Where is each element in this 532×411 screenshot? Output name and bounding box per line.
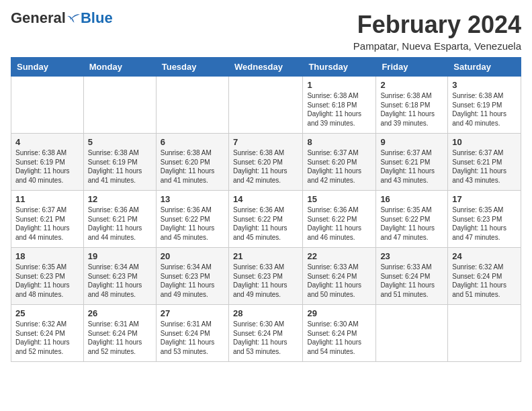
day-number: 6 [161,137,224,147]
calendar-table: SundayMondayTuesdayWednesdayThursdayFrid… [11,57,521,362]
day-number: 25 [15,308,79,318]
day-info: Sunrise: 6:38 AM Sunset: 6:18 PM Dayligh… [380,91,443,128]
day-number: 29 [307,308,371,318]
day-number: 12 [88,194,152,204]
day-info: Sunrise: 6:35 AM Sunset: 6:23 PM Dayligh… [15,263,79,299]
day-number: 15 [307,194,371,204]
day-number: 2 [380,80,443,90]
day-info: Sunrise: 6:37 AM Sunset: 6:21 PM Dayligh… [380,148,443,185]
day-info: Sunrise: 6:35 AM Sunset: 6:22 PM Dayligh… [380,205,443,242]
day-number: 20 [161,251,224,261]
calendar-cell [156,77,228,134]
day-info: Sunrise: 6:35 AM Sunset: 6:23 PM Dayligh… [452,205,517,242]
calendar-cell: 23Sunrise: 6:33 AM Sunset: 6:24 PM Dayli… [376,248,448,305]
page-header: General Blue February 2024 Pampatar, Nue… [11,11,521,52]
day-info: Sunrise: 6:32 AM Sunset: 6:24 PM Dayligh… [15,320,79,356]
day-number: 10 [452,137,517,147]
day-info: Sunrise: 6:38 AM Sunset: 6:20 PM Dayligh… [233,148,298,185]
calendar-week-row: 18Sunrise: 6:35 AM Sunset: 6:23 PM Dayli… [11,248,521,305]
day-info: Sunrise: 6:31 AM Sunset: 6:24 PM Dayligh… [161,320,224,356]
day-number: 21 [233,251,298,261]
calendar-cell: 17Sunrise: 6:35 AM Sunset: 6:23 PM Dayli… [448,191,521,248]
calendar-week-row: 4Sunrise: 6:38 AM Sunset: 6:19 PM Daylig… [11,134,521,191]
day-number: 23 [380,251,443,261]
day-number: 27 [161,308,224,318]
calendar-cell: 19Sunrise: 6:34 AM Sunset: 6:23 PM Dayli… [83,248,156,305]
calendar-cell [228,77,302,134]
day-header-tuesday: Tuesday [156,58,228,77]
logo-blue-text: Blue [81,11,113,26]
day-number: 17 [452,194,517,204]
calendar-week-row: 11Sunrise: 6:37 AM Sunset: 6:21 PM Dayli… [11,191,521,248]
day-header-thursday: Thursday [303,58,376,77]
day-number: 18 [15,251,79,261]
day-info: Sunrise: 6:34 AM Sunset: 6:23 PM Dayligh… [88,263,152,299]
calendar-cell [11,77,84,134]
calendar-cell: 12Sunrise: 6:36 AM Sunset: 6:21 PM Dayli… [83,191,156,248]
day-info: Sunrise: 6:30 AM Sunset: 6:24 PM Dayligh… [307,320,371,356]
calendar-cell: 16Sunrise: 6:35 AM Sunset: 6:22 PM Dayli… [376,191,448,248]
day-number: 7 [233,137,298,147]
day-info: Sunrise: 6:34 AM Sunset: 6:23 PM Dayligh… [161,263,224,299]
day-number: 11 [15,194,79,204]
calendar-cell: 7Sunrise: 6:38 AM Sunset: 6:20 PM Daylig… [228,134,302,191]
calendar-cell: 28Sunrise: 6:30 AM Sunset: 6:24 PM Dayli… [228,305,302,362]
day-number: 28 [233,308,298,318]
day-number: 9 [380,137,443,147]
calendar-cell: 8Sunrise: 6:37 AM Sunset: 6:20 PM Daylig… [303,134,376,191]
day-info: Sunrise: 6:33 AM Sunset: 6:23 PM Dayligh… [233,263,298,299]
day-header-sunday: Sunday [11,58,84,77]
day-number: 16 [380,194,443,204]
day-header-monday: Monday [83,58,156,77]
day-number: 8 [307,137,371,147]
day-info: Sunrise: 6:30 AM Sunset: 6:24 PM Dayligh… [233,320,298,356]
calendar-week-row: 1Sunrise: 6:38 AM Sunset: 6:18 PM Daylig… [11,77,521,134]
day-info: Sunrise: 6:38 AM Sunset: 6:19 PM Dayligh… [88,148,152,185]
day-info: Sunrise: 6:36 AM Sunset: 6:22 PM Dayligh… [233,205,298,242]
day-number: 1 [307,80,371,90]
calendar-cell: 15Sunrise: 6:36 AM Sunset: 6:22 PM Dayli… [303,191,376,248]
calendar-cell: 22Sunrise: 6:33 AM Sunset: 6:24 PM Dayli… [303,248,376,305]
logo-bird-icon [67,11,81,25]
day-number: 5 [88,137,152,147]
day-info: Sunrise: 6:37 AM Sunset: 6:21 PM Dayligh… [452,148,517,185]
day-info: Sunrise: 6:33 AM Sunset: 6:24 PM Dayligh… [307,263,371,299]
day-info: Sunrise: 6:38 AM Sunset: 6:19 PM Dayligh… [452,91,517,128]
calendar-cell: 20Sunrise: 6:34 AM Sunset: 6:23 PM Dayli… [156,248,228,305]
main-title: February 2024 [353,11,521,39]
calendar-header-row: SundayMondayTuesdayWednesdayThursdayFrid… [11,58,521,77]
day-number: 22 [307,251,371,261]
calendar-cell: 25Sunrise: 6:32 AM Sunset: 6:24 PM Dayli… [11,305,84,362]
day-info: Sunrise: 6:36 AM Sunset: 6:22 PM Dayligh… [161,205,224,242]
calendar-cell: 13Sunrise: 6:36 AM Sunset: 6:22 PM Dayli… [156,191,228,248]
calendar-cell: 11Sunrise: 6:37 AM Sunset: 6:21 PM Dayli… [11,191,84,248]
calendar-cell [376,305,448,362]
day-number: 13 [161,194,224,204]
day-header-saturday: Saturday [448,58,521,77]
day-number: 14 [233,194,298,204]
calendar-cell: 9Sunrise: 6:37 AM Sunset: 6:21 PM Daylig… [376,134,448,191]
calendar-cell [83,77,156,134]
calendar-week-row: 25Sunrise: 6:32 AM Sunset: 6:24 PM Dayli… [11,305,521,362]
day-info: Sunrise: 6:32 AM Sunset: 6:24 PM Dayligh… [452,263,517,299]
calendar-cell: 3Sunrise: 6:38 AM Sunset: 6:19 PM Daylig… [448,77,521,134]
day-info: Sunrise: 6:38 AM Sunset: 6:19 PM Dayligh… [15,148,79,185]
day-info: Sunrise: 6:38 AM Sunset: 6:20 PM Dayligh… [161,148,224,185]
title-section: February 2024 Pampatar, Nueva Esparta, V… [353,11,521,52]
logo: General Blue [11,11,113,26]
day-number: 3 [452,80,517,90]
day-info: Sunrise: 6:36 AM Sunset: 6:22 PM Dayligh… [307,205,371,242]
calendar-cell: 5Sunrise: 6:38 AM Sunset: 6:19 PM Daylig… [83,134,156,191]
calendar-cell: 24Sunrise: 6:32 AM Sunset: 6:24 PM Dayli… [448,248,521,305]
subtitle: Pampatar, Nueva Esparta, Venezuela [353,40,521,52]
calendar-cell: 10Sunrise: 6:37 AM Sunset: 6:21 PM Dayli… [448,134,521,191]
calendar-cell: 2Sunrise: 6:38 AM Sunset: 6:18 PM Daylig… [376,77,448,134]
day-info: Sunrise: 6:37 AM Sunset: 6:21 PM Dayligh… [15,205,79,242]
calendar-cell: 1Sunrise: 6:38 AM Sunset: 6:18 PM Daylig… [303,77,376,134]
day-info: Sunrise: 6:38 AM Sunset: 6:18 PM Dayligh… [307,91,371,128]
calendar-cell: 27Sunrise: 6:31 AM Sunset: 6:24 PM Dayli… [156,305,228,362]
day-info: Sunrise: 6:37 AM Sunset: 6:20 PM Dayligh… [307,148,371,185]
calendar-cell: 18Sunrise: 6:35 AM Sunset: 6:23 PM Dayli… [11,248,84,305]
calendar-cell: 4Sunrise: 6:38 AM Sunset: 6:19 PM Daylig… [11,134,84,191]
logo-general-text: General [11,11,66,26]
